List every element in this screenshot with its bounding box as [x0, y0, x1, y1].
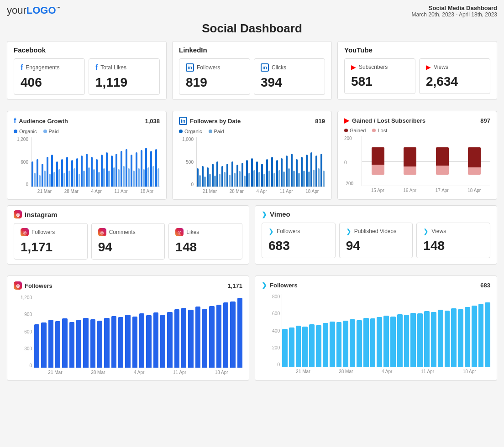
linkedin-followers-label: in Followers — [186, 63, 243, 72]
facebook-chart-icon: f — [14, 117, 16, 125]
facebook-chart-title: f Audience Growth — [14, 117, 68, 125]
vm-icon-1: ❯ — [268, 228, 274, 235]
li-bar-chart — [196, 137, 325, 187]
vimeo-header: ❯ Vimeo — [262, 210, 490, 218]
yt-bar-chart — [362, 136, 490, 186]
vm-icon-3: ❯ — [423, 228, 429, 235]
instagram-followers-value: 1,171 — [21, 240, 81, 255]
vimeo-followers-card: ❯ Followers 683 — [262, 223, 336, 258]
youtube-chart-title: ▶ Gained / Lost Subscribers — [344, 117, 425, 124]
logo-your: your — [7, 5, 26, 16]
youtube-icon-2: ▶ — [426, 63, 431, 71]
youtube-chart: ▶ Gained / Lost Subscribers 897 Gained L… — [337, 111, 497, 200]
ig-chart-title: ◎ Followers — [14, 281, 52, 290]
facebook-likes-label: f Total Likes — [95, 63, 153, 72]
instagram-title: Instagram — [25, 211, 58, 218]
vm-y-labels: 8006004002000 — [262, 294, 280, 367]
instagram-icon: ◎ — [14, 210, 22, 218]
ig-y-labels: 1,2009006003000 — [14, 295, 32, 368]
facebook-likes-card: f Total Likes 1,119 — [89, 58, 160, 95]
vimeo-section: ❯ Vimeo ❯ Followers 683 ❯ Published Vide… — [255, 205, 497, 265]
linkedin-clicks-value: 394 — [261, 75, 318, 90]
fb-bar-chart — [31, 137, 160, 187]
page-title: Social Dashboard — [7, 21, 497, 36]
header-info: Social Media Dashboard March 20th, 2023 … — [412, 5, 497, 18]
facebook-chart: f Audience Growth 1,038 Organic Paid 1,2… — [7, 111, 167, 200]
brand-logo: yourLOGO™ — [7, 5, 61, 16]
fb-x-labels: 21 Mar28 Mar4 Apr11 Apr18 Apr — [31, 189, 160, 194]
paid-legend: Paid — [43, 129, 59, 134]
facebook-engagements-card: f Engagements 406 — [14, 58, 85, 95]
dashboard-name: Social Media Dashboard — [412, 5, 497, 11]
li-paid-legend: Paid — [209, 129, 224, 134]
linkedin-legend: Organic Paid — [179, 129, 325, 134]
vm-x-labels: 21 Mar28 Mar4 Apr11 Apr18 Apr — [282, 369, 490, 374]
vm-bars — [282, 294, 490, 367]
youtube-subscribers-label: ▶ Subscribers — [351, 63, 409, 71]
vimeo-icon: ❯ — [262, 211, 267, 218]
vimeo-title: Vimeo — [270, 210, 290, 218]
facebook-icon: f — [21, 63, 23, 72]
yt-x-labels: 15 Apr16 Apr17 Apr18 Apr — [362, 188, 490, 193]
linkedin-clicks-card: in Clicks 394 — [254, 58, 325, 95]
instagram-followers-card: ◎ Followers 1,171 — [14, 223, 88, 260]
ig-chart-total: 1,171 — [227, 282, 242, 289]
youtube-section: YouTube ▶ Subscribers 581 ▶ Views 2,634 — [337, 41, 497, 100]
instagram-comments-card: ◎ Comments 94 — [91, 223, 165, 260]
instagram-followers-label: ◎ Followers — [21, 228, 81, 236]
facebook-section: Facebook f Engagements 406 f Total Likes… — [7, 41, 167, 100]
li-organic-legend: Organic — [179, 129, 202, 134]
lost-legend: Lost — [372, 128, 387, 133]
instagram-likes-card: ◎ Likes 148 — [168, 223, 242, 260]
facebook-icon-2: f — [95, 63, 98, 72]
youtube-views-value: 2,634 — [426, 74, 483, 89]
ig-chart-icon: ◎ — [14, 281, 22, 290]
li-y-labels: 1,0005000 — [179, 137, 194, 187]
linkedin-followers-value: 819 — [186, 75, 243, 90]
linkedin-clicks-label: in Clicks — [261, 63, 318, 72]
linkedin-chart-icon: in — [179, 117, 187, 125]
ig-icon-3: ◎ — [175, 228, 184, 236]
linkedin-section: LinkedIn in Followers 819 in Clicks 394 — [172, 41, 332, 100]
youtube-title: YouTube — [344, 46, 490, 54]
linkedin-chart: in Followers by Date 819 Organic Paid 1,… — [172, 111, 332, 200]
organic-legend: Organic — [14, 129, 37, 134]
youtube-chart-total: 897 — [480, 117, 490, 124]
linkedin-chart-total: 819 — [315, 118, 325, 125]
youtube-subscribers-card: ▶ Subscribers 581 — [344, 58, 415, 94]
youtube-legend: Gained Lost — [344, 128, 490, 133]
vimeo-followers-chart: ❯ Followers 683 8006004002000 21 Mar28 M… — [255, 275, 497, 381]
yt-chart-icon: ▶ — [344, 117, 349, 124]
gained-legend: Gained — [344, 128, 366, 133]
vimeo-views-label: ❯ Views — [423, 228, 483, 235]
facebook-engagements-value: 406 — [21, 75, 78, 90]
instagram-followers-chart: ◎ Followers 1,171 1,2009006003000 21 Mar… — [7, 275, 249, 381]
vm-chart-title: ❯ Followers — [262, 281, 298, 289]
vm-chart-icon: ❯ — [262, 281, 267, 289]
ig-x-labels: 21 Mar28 Mar4 Apr11 Apr18 Apr — [34, 370, 242, 375]
youtube-views-card: ▶ Views 2,634 — [419, 58, 490, 94]
facebook-chart-total: 1,038 — [145, 118, 160, 125]
instagram-likes-value: 148 — [175, 240, 236, 255]
logo-tm: ™ — [56, 6, 61, 11]
vimeo-published-label: ❯ Published Videos — [346, 228, 406, 235]
youtube-views-label: ▶ Views — [426, 63, 483, 71]
instagram-comments-label: ◎ Comments — [98, 228, 158, 236]
vimeo-published-value: 94 — [346, 239, 406, 253]
fb-y-labels: 1,2006000 — [14, 137, 28, 187]
instagram-header: ◎ Instagram — [14, 210, 242, 218]
linkedin-icon: in — [186, 63, 194, 72]
vm-icon-2: ❯ — [346, 228, 352, 235]
linkedin-icon-2: in — [261, 63, 269, 72]
facebook-legend: Organic Paid — [14, 129, 160, 134]
facebook-engagements-label: f Engagements — [21, 63, 78, 72]
youtube-subscribers-value: 581 — [351, 74, 409, 89]
linkedin-followers-card: in Followers 819 — [179, 58, 250, 95]
vimeo-published-card: ❯ Published Videos 94 — [339, 223, 413, 258]
vimeo-views-value: 148 — [423, 239, 483, 253]
ig-icon-1: ◎ — [21, 228, 29, 236]
ig-bars — [34, 295, 242, 368]
vm-chart-total: 683 — [480, 282, 490, 289]
li-x-labels: 21 Mar28 Mar4 Apr11 Apr18 Apr — [196, 189, 325, 194]
vimeo-views-card: ❯ Views 148 — [416, 223, 490, 258]
